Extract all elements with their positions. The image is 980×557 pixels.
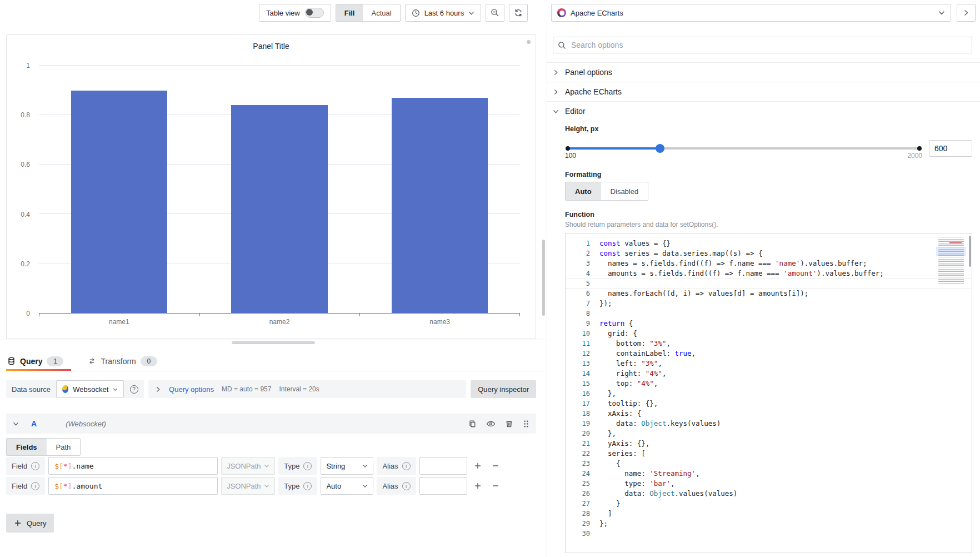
- refresh-button[interactable]: [509, 4, 528, 22]
- slider-max-dot: [917, 146, 922, 151]
- plus-icon: [474, 462, 482, 470]
- section-panel-options[interactable]: Panel options: [547, 62, 980, 82]
- chevron-right-icon: [553, 89, 559, 95]
- chevron-down-icon: [362, 463, 368, 469]
- section-editor[interactable]: Editor: [547, 101, 980, 121]
- add-field-button[interactable]: [471, 477, 485, 495]
- info-circle-icon: i: [31, 482, 39, 490]
- add-query-button[interactable]: Query: [6, 514, 54, 533]
- field-label: Fieldi: [6, 477, 45, 495]
- fill-actual-segmented: Fill Actual: [336, 4, 401, 22]
- formatting-auto-button[interactable]: Auto: [566, 182, 601, 200]
- visualization-select[interactable]: Apache ECharts: [551, 4, 951, 22]
- slider-fill: [567, 147, 660, 150]
- type-label: Typei: [278, 477, 317, 495]
- info-circle-icon: i: [31, 462, 39, 470]
- database-icon: [7, 357, 16, 365]
- field-row: Fieldi $[*].name JSONPath Typei String A…: [6, 457, 503, 475]
- section-label: Apache ECharts: [565, 87, 622, 96]
- field-path-input[interactable]: $[*].amount: [48, 477, 218, 495]
- time-range-picker[interactable]: Last 6 hours: [405, 4, 482, 22]
- trash-icon[interactable]: [505, 420, 513, 428]
- toggle-knob: [306, 9, 313, 16]
- remove-field-button[interactable]: [488, 477, 503, 495]
- remove-field-button[interactable]: [488, 457, 503, 475]
- tab-query[interactable]: Query 1: [6, 351, 71, 371]
- function-label: Function: [565, 211, 972, 218]
- top-toolbar: Table view Fill Actual Last 6 hours Apac…: [0, 0, 980, 26]
- interval-text: Interval = 20s: [279, 385, 319, 393]
- x-axis-label: name1: [39, 318, 199, 326]
- transform-icon: [88, 357, 96, 365]
- x-axis-label: name2: [199, 318, 360, 326]
- query-row-header[interactable]: A (Websocket): [6, 414, 536, 434]
- alias-input[interactable]: [419, 477, 467, 495]
- datasource-select[interactable]: Websocket: [56, 380, 124, 398]
- section-label: Panel options: [565, 68, 612, 77]
- datasource-help-button[interactable]: ?: [124, 380, 144, 398]
- chart-panel: Panel Title 00.20.40.60.81 name1name2nam…: [6, 34, 536, 339]
- formatting-disabled-button[interactable]: Disabled: [601, 182, 648, 200]
- code-minimap[interactable]: [938, 237, 964, 285]
- info-circle-icon: i: [402, 482, 411, 490]
- plus-icon: [474, 482, 482, 490]
- drag-handle-icon[interactable]: [523, 420, 529, 428]
- tab-query-label: Query: [20, 357, 42, 366]
- minus-icon: [492, 462, 499, 470]
- formatting-segmented: Auto Disabled: [565, 182, 648, 201]
- parser-select[interactable]: JSONPath: [221, 477, 275, 495]
- info-circle-icon: i: [303, 482, 312, 490]
- tab-transform[interactable]: Transform 0: [87, 351, 164, 371]
- minimap-mark: [949, 242, 962, 243]
- field-label: Fieldi: [6, 457, 45, 475]
- table-view-toggle[interactable]: Table view: [259, 4, 331, 22]
- alias-input[interactable]: [419, 457, 467, 475]
- section-apache-echarts[interactable]: Apache ECharts: [547, 82, 980, 101]
- parser-select[interactable]: JSONPath: [221, 457, 275, 475]
- editor-section-body: Height, px 100 2000 Formatting Auto Disa…: [547, 121, 980, 553]
- viz-picker-bar: Apache ECharts: [551, 4, 976, 22]
- options-search[interactable]: [553, 37, 972, 53]
- code-lines[interactable]: 1const values = {}2const series = data.s…: [566, 233, 972, 539]
- formatting-label: Formatting: [565, 171, 972, 178]
- options-search-input[interactable]: [570, 40, 967, 50]
- slider-handle[interactable]: [656, 144, 664, 153]
- query-row-actions: [468, 420, 529, 428]
- actual-button[interactable]: Actual: [363, 4, 399, 21]
- left-pane-scrollbar[interactable]: [542, 240, 545, 316]
- table-view-switch[interactable]: [305, 8, 324, 18]
- slider-min-label: 100: [565, 152, 576, 160]
- info-circle-icon: i: [303, 462, 312, 470]
- fields-tab[interactable]: Fields: [7, 439, 47, 455]
- transform-count-badge: 0: [141, 356, 157, 366]
- path-tab[interactable]: Path: [47, 439, 81, 455]
- height-value-input[interactable]: [929, 140, 972, 157]
- query-options-link[interactable]: Query options: [169, 385, 214, 394]
- chevron-down-icon[interactable]: [13, 421, 19, 427]
- query-inspector-button[interactable]: Query inspector: [471, 380, 536, 398]
- add-field-button[interactable]: [471, 457, 485, 475]
- table-view-label: Table view: [266, 9, 300, 17]
- panel-corner-indicator: [527, 40, 531, 44]
- chevron-down-icon: [468, 10, 474, 16]
- zoom-out-button[interactable]: [486, 4, 504, 22]
- chevron-down-icon: [264, 483, 269, 489]
- resize-handle[interactable]: [232, 341, 315, 344]
- fill-button[interactable]: Fill: [336, 4, 363, 21]
- duplicate-icon[interactable]: [468, 420, 477, 428]
- panel-title[interactable]: Panel Title: [7, 42, 536, 51]
- bar-name2: [231, 105, 327, 313]
- eye-icon[interactable]: [486, 420, 496, 428]
- chevron-down-icon: [113, 386, 118, 392]
- collapse-options-button[interactable]: [957, 4, 976, 22]
- code-scrollbar[interactable]: [969, 236, 971, 267]
- code-editor[interactable]: 1const values = {}2const series = data.s…: [565, 233, 972, 553]
- slider-track[interactable]: [567, 147, 920, 150]
- height-slider[interactable]: 100 2000: [565, 140, 922, 157]
- field-path-input[interactable]: $[*].name: [48, 457, 218, 475]
- type-select[interactable]: String: [321, 457, 373, 475]
- bar-name3: [392, 98, 488, 313]
- type-select[interactable]: Auto: [321, 477, 373, 495]
- chevron-down-icon: [362, 483, 368, 489]
- add-query-label: Query: [27, 519, 46, 528]
